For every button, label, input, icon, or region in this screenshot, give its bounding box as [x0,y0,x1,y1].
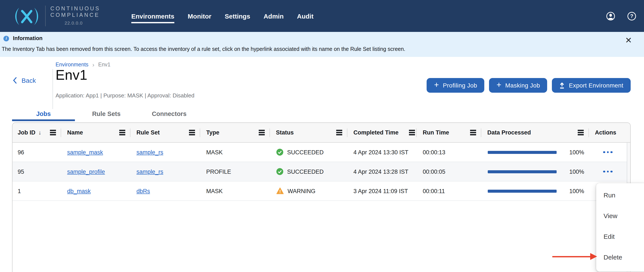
job-id-cell: 95 [12,162,61,181]
job-id-cell: 1 [12,181,61,200]
column-header-status[interactable]: Status [270,123,348,142]
data-processed-cell: 100% [481,162,589,181]
table-body: 96 sample_mask sample_rs MASK SUCCEEDED … [12,143,630,272]
job-id-cell: 96 [12,143,61,162]
help-icon[interactable]: ? [627,12,636,21]
nav-item-monitor[interactable]: Monitor [188,0,211,32]
info-icon: i [4,36,9,41]
export-icon [560,82,565,89]
app-header: CONTINUOUS COMPLIANCE 22.0.0.0 Environme… [0,0,644,32]
rule-set-link[interactable]: dbRs [136,188,150,194]
column-header-type[interactable]: Type [200,123,270,142]
job-name-link[interactable]: db_mask [67,188,91,194]
row-actions-context-menu: Run View Edit Delete [596,183,644,271]
status-cell: WARNING [270,181,348,200]
progress-bar [488,151,556,154]
row-actions-menu-icon[interactable] [602,148,614,156]
page-title: Env1 [56,67,88,83]
menu-item-edit[interactable]: Edit [596,226,644,246]
column-header-rule-set[interactable]: Rule Set [130,123,200,142]
rule-set-link[interactable]: sample_rs [136,149,163,155]
plus-icon: + [434,80,439,90]
column-menu-icon[interactable] [259,130,265,135]
chevron-left-icon [13,77,17,84]
tab-jobs[interactable]: Jobs [12,106,75,121]
run-time-cell: 00:00:05 [417,162,481,181]
column-menu-icon[interactable] [119,130,125,135]
export-environment-button[interactable]: Export Environment [552,78,631,93]
header-icons: ? [606,0,636,32]
status-text: WARNING [288,188,316,194]
nav-item-audit[interactable]: Audit [297,0,314,32]
column-header-name[interactable]: Name [61,123,130,142]
status-cell: SUCCEEDED [270,162,348,181]
column-menu-icon[interactable] [336,130,342,135]
tab-rule-sets[interactable]: Rule Sets [75,106,138,121]
completed-time-cell: 4 Apr 2024 13:28 IST [348,162,417,181]
column-header-actions: Actions [589,123,627,142]
data-processed-cell: 100% [481,181,589,200]
rule-set-link[interactable]: sample_rs [136,168,163,175]
brand: CONTINUOUS COMPLIANCE 22.0.0.0 [12,0,100,32]
progress-percent: 100% [569,188,584,194]
status-text: SUCCEEDED [287,168,324,175]
success-icon [276,168,283,175]
column-menu-icon[interactable] [50,130,56,135]
breadcrumb-environments-link[interactable]: Environments [56,62,88,68]
menu-item-run[interactable]: Run [596,184,644,205]
jobs-table: Job ID ↓ Name Rule Set Type Status Co [12,122,631,272]
plus-icon: + [496,80,502,90]
completed-time-cell: 4 Apr 2024 13:30 IST [348,143,417,162]
column-menu-icon[interactable] [409,130,415,135]
column-menu-icon[interactable] [470,130,476,135]
close-icon[interactable]: ✕ [622,34,634,47]
tab-connectors[interactable]: Connectors [138,106,200,121]
run-time-cell: 00:00:11 [417,181,481,200]
profiling-job-button[interactable]: + Profiling Job [427,78,484,93]
table-row-job-1: 1 db_mask dbRs MASK WARNING 3 Apr 2024 1… [12,181,627,201]
brand-name: CONTINUOUS COMPLIANCE 22.0.0.0 [50,6,100,27]
menu-item-delete[interactable]: Delete [596,246,644,267]
masking-job-button[interactable]: + Masking Job [489,78,547,93]
table-row-job-95: 95 sample_profile sample_rs PROFILE SUCC… [12,162,627,181]
title-divider [52,69,53,109]
progress-percent: 100% [569,168,584,175]
column-menu-icon[interactable] [578,130,584,135]
breadcrumb-current: Env1 [98,62,110,68]
progress-bar [488,189,556,192]
continuous-compliance-logo-icon [12,7,41,26]
column-menu-icon[interactable] [189,130,195,135]
column-header-completed-time[interactable]: Completed Time [348,123,417,142]
menu-item-view[interactable]: View [596,205,644,226]
success-icon [276,149,283,156]
job-name-link[interactable]: sample_profile [67,168,105,175]
page-actions: + Profiling Job + Masking Job Export Env… [427,78,631,93]
row-actions-menu-icon[interactable] [602,168,614,175]
banner-message: The Inventory Tab has been removed from … [2,46,405,52]
table-header-row: Job ID ↓ Name Rule Set Type Status Co [12,123,630,143]
brand-divider [45,6,46,26]
brand-line1: CONTINUOUS [50,6,100,12]
column-header-data-processed[interactable]: Data Processed [481,123,589,142]
progress-percent: 100% [569,149,584,155]
column-header-job-id[interactable]: Job ID ↓ [12,123,61,142]
nav-item-admin[interactable]: Admin [264,0,284,32]
sort-descending-icon: ↓ [38,129,42,136]
job-type-cell: MASK [200,143,270,162]
account-icon[interactable] [606,12,615,21]
annotation-arrow-head [590,253,597,260]
nav-item-settings[interactable]: Settings [225,0,250,32]
column-header-run-time[interactable]: Run Time [417,123,481,142]
run-time-cell: 00:00:13 [417,143,481,162]
job-name-link[interactable]: sample_mask [67,149,103,155]
nav-item-environments[interactable]: Environments [131,0,174,32]
app-version: 22.0.0.0 [64,20,100,27]
back-button[interactable]: Back [13,77,36,84]
chevron-right-icon: › [92,61,94,68]
status-text: SUCCEEDED [287,149,324,155]
detail-tabs: Jobs Rule Sets Connectors [12,106,200,121]
main-nav: Environments Monitor Settings Admin Audi… [131,0,314,32]
job-type-cell: PROFILE [200,162,270,181]
status-cell: SUCCEEDED [270,143,348,162]
job-type-cell: MASK [200,181,270,200]
